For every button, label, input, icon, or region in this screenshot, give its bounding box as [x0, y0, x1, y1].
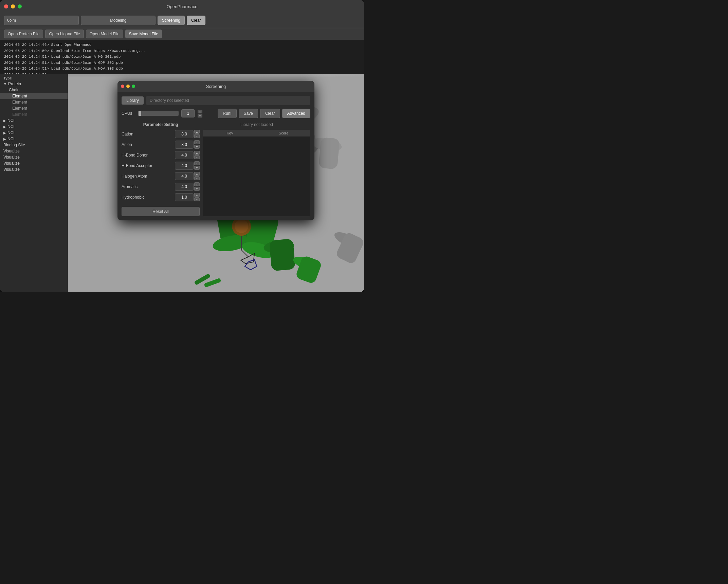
param-hbond-donor-label: H-Bond Donor	[122, 153, 148, 158]
cation-up-button[interactable]: ▲	[194, 130, 200, 134]
maximize-button[interactable]	[18, 4, 22, 8]
chain-label: Chain	[9, 88, 19, 92]
top-toolbar: Modeling Screening Clear	[0, 13, 364, 28]
sidebar-item-element-2[interactable]: Element	[0, 99, 68, 105]
sidebar-item-element-4[interactable]: Element	[0, 111, 68, 117]
hbond-donor-down-button[interactable]: ▼	[194, 155, 200, 159]
param-hbond-donor-value-wrap: 4.0 ▲ ▼	[175, 151, 200, 159]
dialog-close-button[interactable]	[121, 85, 124, 88]
dialog-minimize-button[interactable]	[126, 85, 130, 88]
param-cation-spinners: ▲ ▼	[194, 130, 200, 138]
halogen-down-button[interactable]: ▼	[194, 176, 200, 180]
save-model-button[interactable]: Save Model File	[125, 30, 162, 38]
param-aromatic-spinners: ▲ ▼	[194, 182, 200, 191]
sidebar-item-visualize-4[interactable]: Visualize	[0, 166, 68, 172]
sidebar-item-nci-4[interactable]: ▶ NCI	[0, 136, 68, 142]
sidebar-item-nci-2[interactable]: ▶ NCI	[0, 124, 68, 130]
screening-tab[interactable]: Screening	[158, 16, 185, 25]
save-button[interactable]: Save	[239, 109, 258, 118]
param-anion-value: 8.0	[175, 141, 194, 149]
reset-all-button[interactable]: Reset All	[122, 207, 200, 216]
aromatic-up-button[interactable]: ▲	[194, 182, 200, 186]
anion-down-button[interactable]: ▼	[194, 145, 200, 149]
results-body	[203, 136, 310, 216]
screening-dialog: Screening Library Directory not selected…	[117, 81, 314, 220]
hbond-acceptor-down-button[interactable]: ▼	[194, 166, 200, 170]
advanced-button[interactable]: Advanced	[282, 109, 310, 118]
hydrophobic-up-button[interactable]: ▲	[194, 193, 200, 197]
open-ligand-button[interactable]: Open Ligand File	[45, 30, 84, 38]
dialog-title: Screening	[206, 84, 226, 89]
cpu-decrement-button[interactable]: ▼	[198, 114, 202, 117]
results-panel: Library not loaded Key Score	[203, 122, 310, 216]
cpu-spinners: ▲ ▼	[198, 110, 202, 117]
param-halogen-label: Halogen Atom	[122, 174, 147, 179]
app-window: OpenPharmaco Modeling Screening Clear Op…	[0, 0, 364, 292]
library-button[interactable]: Library	[122, 96, 144, 105]
element-2-label: Element	[12, 100, 27, 105]
protein-id-input[interactable]	[4, 16, 79, 25]
parameter-panel: Parameter Setting Cation 8.0 ▲ ▼	[122, 122, 200, 216]
nci-1-arrow-icon: ▶	[3, 119, 6, 123]
library-row: Library Directory not selected	[122, 96, 310, 105]
col-score-header: Score	[257, 130, 310, 136]
element-4-label: Element	[12, 112, 27, 117]
clear-screening-button[interactable]: Clear	[260, 109, 280, 118]
sidebar-item-element-selected[interactable]: Element	[0, 93, 68, 99]
type-label: Type	[0, 74, 68, 81]
cpus-label: CPUs	[122, 111, 135, 116]
cpu-slider[interactable]	[138, 111, 179, 116]
param-row-hydrophobic: Hydrophobic 1.0 ▲ ▼	[122, 193, 200, 201]
halogen-up-button[interactable]: ▲	[194, 172, 200, 176]
log-line-2: 2024-05-29 14:24:50> Download 6oim from …	[4, 48, 360, 54]
cation-down-button[interactable]: ▼	[194, 134, 200, 138]
aromatic-down-button[interactable]: ▼	[194, 187, 200, 191]
hydrophobic-down-button[interactable]: ▼	[194, 197, 200, 201]
nci-4-arrow-icon: ▶	[3, 137, 6, 141]
dialog-traffic-lights	[121, 85, 135, 88]
param-cation-label: Cation	[122, 132, 133, 136]
param-halogen-value: 4.0	[175, 172, 194, 180]
param-hbond-donor-value: 4.0	[175, 151, 194, 159]
clear-button[interactable]: Clear	[187, 16, 205, 25]
param-aromatic-label: Aromatic	[122, 184, 138, 189]
param-anion-value-wrap: 8.0 ▲ ▼	[175, 140, 200, 149]
sidebar-item-protein[interactable]: ▼ Protein	[0, 81, 68, 87]
hbond-donor-up-button[interactable]: ▲	[194, 151, 200, 155]
anion-up-button[interactable]: ▲	[194, 140, 200, 144]
run-button[interactable]: Run!	[218, 109, 236, 118]
param-header: Parameter Setting	[122, 122, 200, 127]
open-model-button[interactable]: Open Model File	[86, 30, 123, 38]
nci-3-arrow-icon: ▶	[3, 131, 6, 135]
param-hbond-acceptor-spinners: ▲ ▼	[194, 161, 200, 170]
sidebar-item-binding-site[interactable]: Binding Site	[0, 142, 68, 148]
main-content: Type ▼ Protein Chain Element Element Ele…	[0, 74, 364, 292]
param-hbond-acceptor-label: H-Bond Acceptor	[122, 163, 152, 168]
param-hydrophobic-value-wrap: 1.0 ▲ ▼	[175, 193, 200, 201]
traffic-lights	[4, 4, 22, 8]
sidebar-item-nci-3[interactable]: ▶ NCI	[0, 130, 68, 136]
two-column-layout: Parameter Setting Cation 8.0 ▲ ▼	[122, 122, 310, 216]
title-bar: OpenPharmaco	[0, 0, 364, 13]
modeling-tab[interactable]: Modeling	[81, 16, 156, 25]
minimize-button[interactable]	[11, 4, 15, 8]
param-row-hbond-donor: H-Bond Donor 4.0 ▲ ▼	[122, 151, 200, 159]
log-area: 2024-05-29 14:24:46> Start OpenPharmaco …	[0, 40, 364, 74]
sidebar-item-visualize-2[interactable]: Visualize	[0, 154, 68, 160]
log-line-3: 2024-05-29 14:24:51> Load pdb/6oim/6oim_…	[4, 54, 360, 60]
dialog-maximize-button[interactable]	[132, 85, 135, 88]
close-button[interactable]	[4, 4, 8, 8]
hbond-acceptor-up-button[interactable]: ▲	[194, 161, 200, 165]
sidebar-item-visualize-3[interactable]: Visualize	[0, 160, 68, 166]
open-protein-button[interactable]: Open Protein File	[4, 30, 43, 38]
sidebar-item-chain[interactable]: Chain	[0, 87, 68, 93]
sidebar-item-nci-1[interactable]: ▶ NCI	[0, 117, 68, 124]
sidebar-item-element-3[interactable]: Element	[0, 105, 68, 111]
col-key-header: Key	[203, 130, 257, 136]
param-hbond-acceptor-value: 4.0	[175, 162, 194, 170]
param-cation-value-wrap: 8.0 ▲ ▼	[175, 130, 200, 138]
sidebar-item-visualize-1[interactable]: Visualize	[0, 148, 68, 154]
cpu-increment-button[interactable]: ▲	[198, 110, 202, 113]
nci-2-label: NCI	[7, 124, 15, 129]
log-line-5: 2024-05-29 14:24:51> Load pdb/6oim/6oim_…	[4, 66, 360, 72]
